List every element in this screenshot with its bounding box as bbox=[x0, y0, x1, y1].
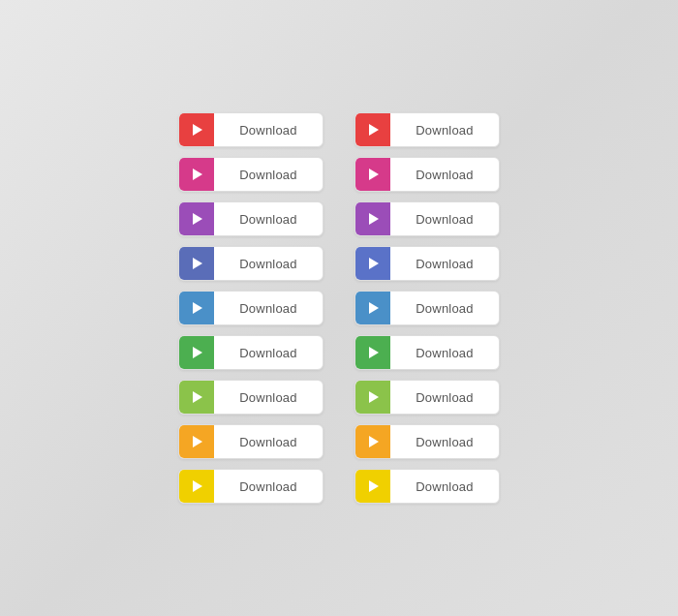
button-label: Download bbox=[214, 435, 323, 449]
play-icon-box bbox=[179, 335, 214, 370]
button-label: Download bbox=[390, 257, 499, 271]
play-triangle-icon bbox=[193, 347, 202, 358]
download-button-btn-r9[interactable]: Download bbox=[354, 469, 500, 504]
right-column: DownloadDownloadDownloadDownloadDownload… bbox=[354, 112, 500, 504]
download-button-btn-l2[interactable]: Download bbox=[178, 157, 324, 192]
play-triangle-icon bbox=[193, 480, 202, 492]
button-label: Download bbox=[214, 212, 323, 227]
download-button-btn-l7[interactable]: Download bbox=[178, 380, 324, 415]
download-button-btn-r6[interactable]: Download bbox=[354, 335, 500, 370]
play-triangle-icon bbox=[193, 124, 202, 136]
play-icon-box bbox=[355, 469, 390, 504]
button-label: Download bbox=[390, 435, 499, 449]
play-triangle-icon bbox=[193, 213, 202, 225]
play-icon-box bbox=[355, 246, 390, 281]
play-triangle-icon bbox=[369, 480, 379, 492]
download-button-btn-r2[interactable]: Download bbox=[354, 157, 500, 192]
play-icon-box bbox=[179, 380, 214, 415]
play-icon-box bbox=[355, 291, 390, 325]
play-icon-box bbox=[355, 424, 390, 459]
download-button-btn-l1[interactable]: Download bbox=[178, 112, 324, 147]
button-label: Download bbox=[214, 346, 323, 360]
play-icon-box bbox=[179, 424, 214, 459]
play-icon-box bbox=[355, 201, 390, 236]
button-label: Download bbox=[214, 479, 323, 494]
play-triangle-icon bbox=[193, 436, 202, 447]
button-label: Download bbox=[390, 123, 499, 138]
download-button-btn-l3[interactable]: Download bbox=[178, 201, 324, 236]
play-icon-box bbox=[355, 112, 390, 147]
download-button-btn-r3[interactable]: Download bbox=[354, 201, 500, 236]
download-button-btn-r8[interactable]: Download bbox=[354, 424, 500, 459]
button-label: Download bbox=[390, 390, 499, 405]
play-icon-box bbox=[179, 469, 214, 504]
button-label: Download bbox=[214, 390, 323, 405]
download-button-btn-l8[interactable]: Download bbox=[178, 424, 324, 459]
play-triangle-icon bbox=[193, 169, 202, 180]
button-label: Download bbox=[214, 123, 323, 138]
left-column: DownloadDownloadDownloadDownloadDownload… bbox=[178, 112, 324, 504]
download-button-btn-l4[interactable]: Download bbox=[178, 246, 324, 281]
play-icon-box bbox=[355, 380, 390, 415]
play-triangle-icon bbox=[369, 347, 379, 358]
play-icon-box bbox=[179, 157, 214, 192]
play-icon-box bbox=[179, 291, 214, 325]
play-icon-box bbox=[355, 157, 390, 192]
button-label: Download bbox=[390, 212, 499, 227]
download-button-btn-r5[interactable]: Download bbox=[354, 291, 500, 325]
play-triangle-icon bbox=[193, 391, 202, 403]
button-label: Download bbox=[214, 301, 323, 316]
play-triangle-icon bbox=[369, 436, 379, 447]
play-triangle-icon bbox=[369, 302, 379, 314]
button-label: Download bbox=[390, 168, 499, 182]
play-icon-box bbox=[355, 335, 390, 370]
button-label: Download bbox=[390, 301, 499, 316]
play-triangle-icon bbox=[369, 391, 379, 403]
button-label: Download bbox=[390, 479, 499, 494]
play-icon-box bbox=[179, 201, 214, 236]
play-triangle-icon bbox=[369, 213, 379, 225]
play-triangle-icon bbox=[369, 169, 379, 180]
download-button-btn-r1[interactable]: Download bbox=[354, 112, 500, 147]
play-icon-box bbox=[179, 112, 214, 147]
download-button-btn-r7[interactable]: Download bbox=[354, 380, 500, 415]
play-triangle-icon bbox=[369, 258, 379, 269]
download-button-btn-l5[interactable]: Download bbox=[178, 291, 324, 325]
download-button-btn-l6[interactable]: Download bbox=[178, 335, 324, 370]
download-button-btn-r4[interactable]: Download bbox=[354, 246, 500, 281]
button-label: Download bbox=[214, 168, 323, 182]
play-icon-box bbox=[179, 246, 214, 281]
play-triangle-icon bbox=[193, 302, 202, 314]
download-button-btn-l9[interactable]: Download bbox=[178, 469, 324, 504]
button-label: Download bbox=[214, 257, 323, 271]
button-grid: DownloadDownloadDownloadDownloadDownload… bbox=[178, 112, 500, 504]
button-label: Download bbox=[390, 346, 499, 360]
play-triangle-icon bbox=[369, 124, 379, 136]
play-triangle-icon bbox=[193, 258, 202, 269]
